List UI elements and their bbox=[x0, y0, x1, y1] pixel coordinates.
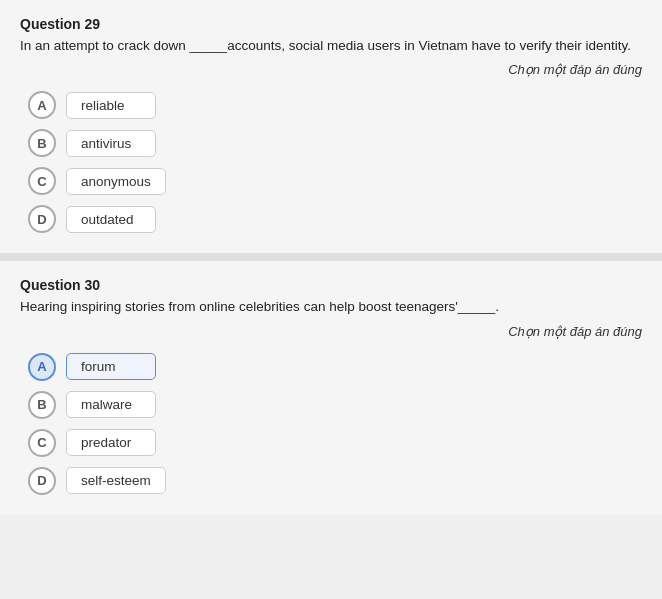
question-30-text: Hearing inspiring stories from online ce… bbox=[20, 297, 642, 317]
q29-option-d[interactable]: D outdated bbox=[28, 205, 642, 233]
q30-box-d: self-esteem bbox=[66, 467, 166, 494]
q29-option-b[interactable]: B antivirus bbox=[28, 129, 642, 157]
q29-box-a: reliable bbox=[66, 92, 156, 119]
question-29-number: Question 29 bbox=[20, 16, 642, 32]
q29-circle-d: D bbox=[28, 205, 56, 233]
q29-circle-b: B bbox=[28, 129, 56, 157]
q30-option-c[interactable]: C predator bbox=[28, 429, 642, 457]
q30-circle-d: D bbox=[28, 467, 56, 495]
q30-option-d[interactable]: D self-esteem bbox=[28, 467, 642, 495]
question-29-options: A reliable B antivirus C anonymous D out… bbox=[20, 91, 642, 233]
q29-circle-a: A bbox=[28, 91, 56, 119]
question-29-text: In an attempt to crack down _____account… bbox=[20, 36, 642, 56]
question-29-chon: Chọn một đáp án đúng bbox=[20, 62, 642, 77]
question-30-number: Question 30 bbox=[20, 277, 642, 293]
question-30-block: Question 30 Hearing inspiring stories fr… bbox=[0, 253, 662, 514]
question-29-block: Question 29 In an attempt to crack down … bbox=[0, 0, 662, 253]
q30-option-a[interactable]: A forum bbox=[28, 353, 642, 381]
q30-box-b: malware bbox=[66, 391, 156, 418]
q30-circle-b: B bbox=[28, 391, 56, 419]
q29-option-a[interactable]: A reliable bbox=[28, 91, 642, 119]
question-30-options: A forum B malware C predator D self-este… bbox=[20, 353, 642, 495]
q29-circle-c: C bbox=[28, 167, 56, 195]
q30-option-b[interactable]: B malware bbox=[28, 391, 642, 419]
q30-box-a: forum bbox=[66, 353, 156, 380]
q29-box-b: antivirus bbox=[66, 130, 156, 157]
q29-option-c[interactable]: C anonymous bbox=[28, 167, 642, 195]
q29-box-d: outdated bbox=[66, 206, 156, 233]
question-30-chon: Chọn một đáp án đúng bbox=[20, 324, 642, 339]
q30-circle-a: A bbox=[28, 353, 56, 381]
q29-box-c: anonymous bbox=[66, 168, 166, 195]
q30-circle-c: C bbox=[28, 429, 56, 457]
q30-box-c: predator bbox=[66, 429, 156, 456]
